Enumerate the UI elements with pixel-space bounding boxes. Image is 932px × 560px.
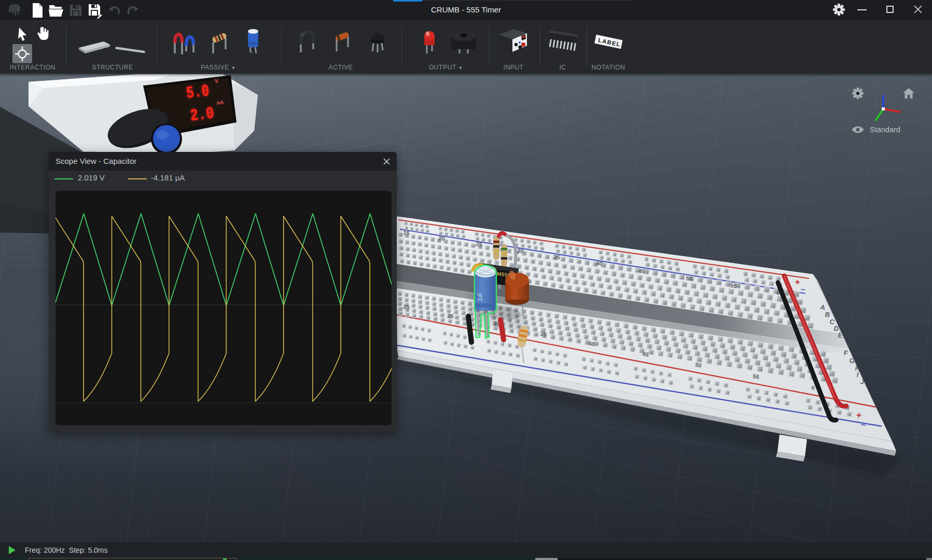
svg-text:35: 35 [540,330,547,338]
svg-text:40: 40 [588,340,595,347]
svg-text:40: 40 [596,260,603,267]
svg-text:45: 45 [638,268,646,275]
svg-text:25: 25 [476,241,483,248]
svg-text:50: 50 [695,361,702,369]
svg-text:20: 20 [438,235,446,242]
svg-text:20: 20 [403,303,410,311]
svg-text:mA: mA [216,100,224,107]
svg-text:45: 45 [642,351,649,358]
svg-text:2.0: 2.0 [189,104,215,125]
svg-text:50: 50 [686,275,693,282]
svg-text:5.0: 5.0 [185,81,210,103]
svg-text:1uF: 1uF [477,292,483,301]
svg-text:35: 35 [553,254,561,261]
svg-text:55: 55 [753,373,760,380]
svg-text:25: 25 [447,312,454,319]
svg-text:55: 55 [730,282,738,289]
svg-text:30: 30 [517,247,524,255]
svg-text:15: 15 [403,229,410,236]
